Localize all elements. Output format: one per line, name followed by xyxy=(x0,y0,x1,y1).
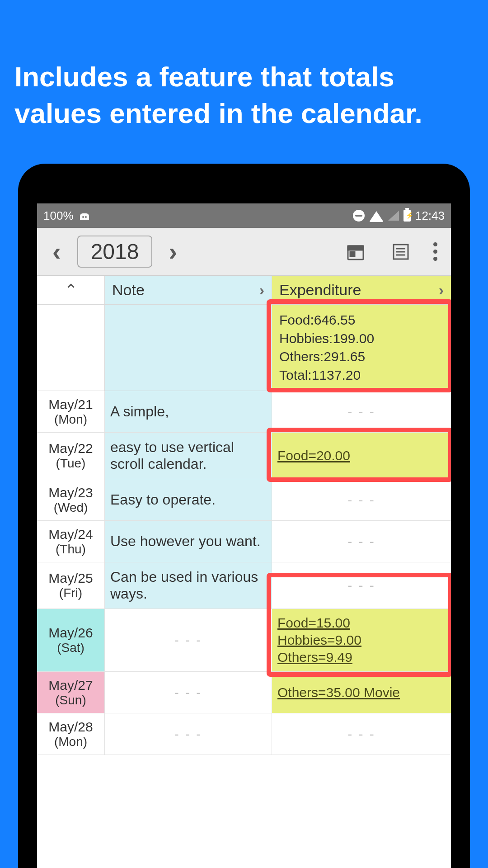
date-label: May/24 xyxy=(48,527,93,542)
day-of-week-label: (Mon) xyxy=(54,735,87,749)
day-of-week-label: (Wed) xyxy=(54,500,88,515)
note-cell[interactable]: Use however you want. xyxy=(105,521,272,562)
battery-charging-icon: ⚡ xyxy=(404,210,411,222)
note-cell[interactable]: - - - xyxy=(105,713,272,755)
list-icon xyxy=(391,242,411,262)
day-of-week-label: (Sun) xyxy=(55,693,86,708)
note-cell[interactable]: A simple, xyxy=(105,391,272,432)
calendar-rows: May/21(Mon)A simple,- - -May/22(Tue)easy… xyxy=(37,391,451,755)
summary-note-spacer xyxy=(105,305,272,391)
table-row: May/24(Thu)Use however you want.- - - xyxy=(37,521,451,562)
expenditure-entry: Others=9.49 xyxy=(277,650,352,665)
date-cell[interactable]: May/21(Mon) xyxy=(37,391,105,432)
expenditure-cell[interactable]: Food=20.00 xyxy=(272,433,451,479)
do-not-disturb-icon xyxy=(353,210,365,222)
note-cell[interactable]: - - - xyxy=(105,609,272,671)
date-label: May/23 xyxy=(48,485,93,500)
expenditure-cell[interactable]: - - - xyxy=(272,521,451,562)
date-cell[interactable]: May/25(Fri) xyxy=(37,562,105,609)
phone-frame: 100% ⚡ 12:43 ‹ 2018 › xyxy=(18,164,470,868)
note-cell[interactable]: easy to use vertical scroll calendar. xyxy=(105,433,272,479)
status-bar: 100% ⚡ 12:43 xyxy=(37,203,451,228)
expenditure-cell[interactable]: - - - xyxy=(272,479,451,520)
next-year-button[interactable]: › xyxy=(161,239,184,264)
table-row: May/22(Tue)easy to use vertical scroll c… xyxy=(37,433,451,479)
day-of-week-label: (Fri) xyxy=(59,586,82,600)
table-row: May/26(Sat)- - -Food=15.00Hobbies=9.00Ot… xyxy=(37,609,451,672)
note-header-label: Note xyxy=(112,281,145,299)
promo-headline: Includes a feature that totals values en… xyxy=(0,0,488,132)
kebab-dot-icon xyxy=(433,242,437,246)
year-selector[interactable]: 2018 xyxy=(77,236,153,268)
overflow-menu-button[interactable] xyxy=(428,242,443,261)
table-row: May/23(Wed)Easy to operate.- - - xyxy=(37,479,451,521)
cell-signal-icon xyxy=(388,211,399,221)
kebab-dot-icon xyxy=(433,257,437,261)
summary-row: Food:646.55Hobbies:199.00Others:291.65To… xyxy=(37,305,451,391)
chevron-right-icon: › xyxy=(259,281,264,299)
date-label: May/25 xyxy=(48,571,93,586)
svg-rect-2 xyxy=(350,252,355,256)
column-header-row: ⌃ Note › Expenditure › xyxy=(37,276,451,305)
summary-line: Food:646.55 xyxy=(279,311,444,330)
expenditure-column-header[interactable]: Expenditure › xyxy=(272,276,451,304)
date-cell[interactable]: May/23(Wed) xyxy=(37,479,105,520)
expenditure-cell[interactable]: - - - xyxy=(272,391,451,432)
list-view-button[interactable] xyxy=(391,242,411,262)
note-column-header[interactable]: Note › xyxy=(105,276,272,304)
date-cell[interactable]: May/26(Sat) xyxy=(37,609,105,671)
date-label: May/22 xyxy=(48,441,93,456)
table-row: May/21(Mon)A simple,- - - xyxy=(37,391,451,433)
day-of-week-label: (Mon) xyxy=(54,412,87,427)
today-button[interactable] xyxy=(346,242,366,262)
summary-line: Total:1137.20 xyxy=(279,366,444,385)
date-cell[interactable]: May/27(Sun) xyxy=(37,672,105,713)
day-of-week-label: (Tue) xyxy=(56,456,86,471)
date-label: May/21 xyxy=(48,397,93,412)
summary-line: Hobbies:199.00 xyxy=(279,330,444,348)
kebab-dot-icon xyxy=(433,250,437,254)
clock-text: 12:43 xyxy=(415,209,445,223)
expenditure-entry: Food=15.00 xyxy=(277,615,350,631)
day-of-week-label: (Thu) xyxy=(56,542,86,557)
date-cell[interactable]: May/22(Tue) xyxy=(37,433,105,479)
summary-line: Others:291.65 xyxy=(279,348,444,366)
collapse-toggle[interactable]: ⌃ xyxy=(37,276,105,304)
content-area: ⌃ Note › Expenditure › Food:646.55Hobbie… xyxy=(37,276,451,755)
day-of-week-label: (Sat) xyxy=(57,641,84,655)
table-row: May/25(Fri)Can be used in various ways.-… xyxy=(37,562,451,609)
chevron-up-icon: ⌃ xyxy=(64,281,78,300)
expenditure-entry: Hobbies=9.00 xyxy=(277,632,361,648)
date-cell[interactable]: May/24(Thu) xyxy=(37,521,105,562)
note-cell[interactable]: Can be used in various ways. xyxy=(105,562,272,609)
chevron-right-icon: › xyxy=(439,281,444,299)
battery-percent-text: 100% xyxy=(43,209,74,223)
date-cell[interactable]: May/28(Mon) xyxy=(37,713,105,755)
table-row: May/27(Sun)- - -Others=35.00 Movie xyxy=(37,672,451,713)
summary-date-spacer xyxy=(37,305,105,391)
expenditure-header-label: Expenditure xyxy=(279,281,361,299)
note-cell[interactable]: - - - xyxy=(105,672,272,713)
expenditure-cell[interactable]: Others=35.00 Movie xyxy=(272,672,451,713)
date-label: May/26 xyxy=(48,625,93,641)
date-label: May/28 xyxy=(48,719,93,735)
phone-screen: 100% ⚡ 12:43 ‹ 2018 › xyxy=(37,203,451,868)
prev-year-button[interactable]: ‹ xyxy=(45,239,68,264)
android-icon xyxy=(78,211,91,221)
calendar-today-icon xyxy=(346,242,366,262)
expenditure-cell[interactable]: Food=15.00Hobbies=9.00Others=9.49 xyxy=(272,609,451,671)
table-row: May/28(Mon)- - -- - - xyxy=(37,713,451,755)
expenditure-summary-cell[interactable]: Food:646.55Hobbies:199.00Others:291.65To… xyxy=(272,305,451,391)
expenditure-cell[interactable]: - - - xyxy=(272,713,451,755)
wifi-icon xyxy=(369,211,384,222)
expenditure-entry: Food=20.00 xyxy=(277,448,350,463)
date-label: May/27 xyxy=(48,678,93,693)
toolbar: ‹ 2018 › xyxy=(37,228,451,276)
expenditure-cell[interactable]: - - - xyxy=(272,562,451,609)
note-cell[interactable]: Easy to operate. xyxy=(105,479,272,520)
expenditure-entry: Others=35.00 Movie xyxy=(277,685,400,700)
svg-rect-1 xyxy=(348,246,363,250)
